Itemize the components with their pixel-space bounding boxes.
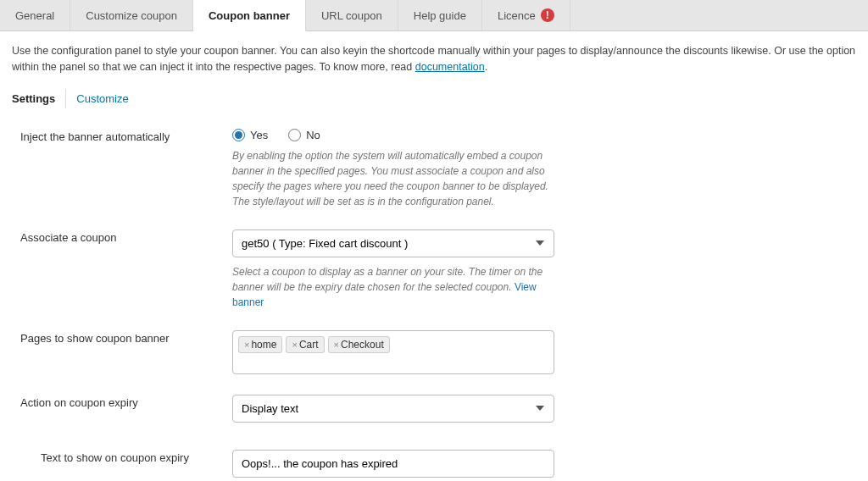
token-checkout[interactable]: ×Checkout — [328, 336, 390, 353]
radio-no-input[interactable] — [288, 129, 301, 141]
main-tabs: General Customize coupon Coupon banner U… — [0, 0, 868, 31]
intro-part2: . — [485, 61, 487, 73]
tab-help-guide[interactable]: Help guide — [398, 0, 482, 30]
inject-radio-group: Yes No — [232, 129, 554, 141]
radio-no-label: No — [306, 129, 320, 141]
label-expiry-text: Text to show on coupon expiry — [20, 450, 232, 464]
row-expiry-action: Action on coupon expiry Display text — [12, 386, 856, 441]
subtab-customize[interactable]: Customize — [76, 89, 138, 108]
alert-icon: ! — [541, 8, 554, 22]
associate-select-wrap: get50 ( Type: Fixed cart discount ) — [232, 229, 554, 257]
tab-customize-coupon[interactable]: Customize coupon — [70, 0, 193, 30]
sub-tabs: Settings Customize — [12, 89, 856, 108]
associate-help: Select a coupon to display as a banner o… — [232, 264, 554, 310]
tab-licence[interactable]: Licence ! — [482, 0, 570, 30]
token-home[interactable]: ×home — [238, 336, 282, 353]
tab-licence-label: Licence — [498, 9, 536, 22]
token-cart[interactable]: ×Cart — [286, 336, 324, 353]
row-inject-banner: Inject the banner automatically Yes No B… — [12, 120, 856, 221]
close-icon[interactable]: × — [244, 340, 249, 350]
token-cart-label: Cart — [299, 339, 319, 351]
radio-yes-input[interactable] — [232, 129, 245, 141]
tab-coupon-banner[interactable]: Coupon banner — [193, 0, 306, 31]
associate-coupon-select[interactable]: get50 ( Type: Fixed cart discount ) — [232, 229, 554, 257]
token-checkout-label: Checkout — [341, 339, 384, 351]
close-icon[interactable]: × — [334, 340, 339, 350]
label-associate-coupon: Associate a coupon — [20, 229, 232, 244]
radio-no[interactable]: No — [288, 129, 320, 141]
close-icon[interactable]: × — [292, 340, 297, 350]
expiry-action-select[interactable]: Display text — [232, 395, 554, 423]
row-associate-coupon: Associate a coupon get50 ( Type: Fixed c… — [12, 221, 856, 322]
documentation-link[interactable]: documentation — [415, 61, 485, 73]
radio-yes-label: Yes — [250, 129, 268, 141]
row-pages: Pages to show coupon banner ×home ×Cart … — [12, 322, 856, 386]
radio-yes[interactable]: Yes — [232, 129, 268, 141]
expiry-action-select-wrap: Display text — [232, 395, 554, 423]
label-inject-banner: Inject the banner automatically — [20, 129, 232, 143]
label-expiry-action: Action on coupon expiry — [20, 395, 232, 409]
pages-token-input[interactable]: ×home ×Cart ×Checkout — [232, 330, 554, 374]
subtab-settings[interactable]: Settings — [12, 89, 66, 108]
intro-text: Use the configuration panel to style you… — [12, 43, 856, 75]
token-home-label: home — [251, 339, 276, 351]
tab-url-coupon[interactable]: URL coupon — [306, 0, 398, 30]
tab-general[interactable]: General — [0, 0, 70, 30]
expiry-text-input[interactable] — [232, 450, 554, 478]
associate-help-text: Select a coupon to display as a banner o… — [232, 266, 542, 293]
panel-content: Use the configuration panel to style you… — [0, 31, 868, 481]
row-expiry-text: Text to show on coupon expiry — [12, 441, 856, 482]
inject-help: By enabling the option the system will a… — [232, 148, 554, 209]
label-pages: Pages to show coupon banner — [20, 330, 232, 345]
